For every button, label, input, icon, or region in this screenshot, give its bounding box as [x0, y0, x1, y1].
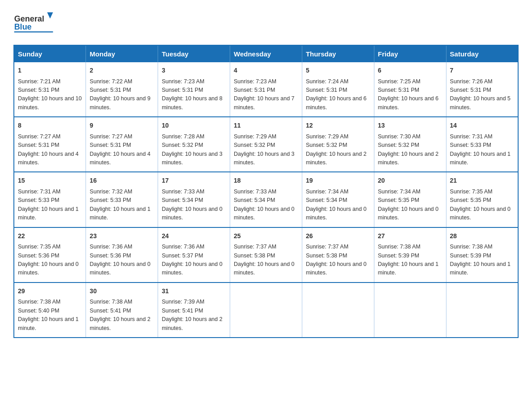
daylight-label: Daylight: 10 hours and 2 minutes. [162, 316, 223, 331]
calendar-cell: 21 Sunrise: 7:35 AM Sunset: 5:35 PM Dayl… [446, 172, 518, 227]
day-of-week-sunday: Sunday [14, 45, 86, 62]
calendar-cell: 5 Sunrise: 7:24 AM Sunset: 5:31 PM Dayli… [302, 62, 374, 117]
sunset-label: Sunset: 5:38 PM [306, 253, 347, 259]
daylight-label: Daylight: 10 hours and 0 minutes. [450, 206, 511, 221]
sunset-label: Sunset: 5:41 PM [90, 308, 131, 314]
day-number: 12 [306, 121, 370, 131]
calendar-cell: 8 Sunrise: 7:27 AM Sunset: 5:31 PM Dayli… [14, 117, 86, 172]
calendar-cell: 30 Sunrise: 7:38 AM Sunset: 5:41 PM Dayl… [86, 283, 158, 338]
sunset-label: Sunset: 5:31 PM [162, 87, 203, 93]
calendar-cell [302, 283, 374, 338]
calendar-week-row: 15 Sunrise: 7:31 AM Sunset: 5:33 PM Dayl… [14, 172, 518, 227]
sunrise-label: Sunrise: 7:29 AM [306, 133, 348, 140]
day-number: 13 [378, 121, 442, 131]
daylight-label: Daylight: 10 hours and 1 minute. [450, 261, 511, 276]
calendar-cell: 18 Sunrise: 7:33 AM Sunset: 5:34 PM Dayl… [230, 172, 302, 227]
sunrise-label: Sunrise: 7:23 AM [162, 78, 204, 85]
daylight-label: Daylight: 10 hours and 7 minutes. [234, 95, 295, 110]
day-number: 15 [18, 176, 82, 186]
calendar-cell: 19 Sunrise: 7:34 AM Sunset: 5:34 PM Dayl… [302, 172, 374, 227]
calendar-cell: 7 Sunrise: 7:26 AM Sunset: 5:31 PM Dayli… [446, 62, 518, 117]
calendar-cell: 11 Sunrise: 7:29 AM Sunset: 5:32 PM Dayl… [230, 117, 302, 172]
page-header: General Blue [13, 9, 519, 36]
daylight-label: Daylight: 10 hours and 2 minutes. [306, 151, 367, 166]
calendar-cell: 23 Sunrise: 7:36 AM Sunset: 5:36 PM Dayl… [86, 227, 158, 283]
daylight-label: Daylight: 10 hours and 6 minutes. [378, 95, 439, 110]
sunrise-label: Sunrise: 7:30 AM [378, 133, 420, 140]
day-number: 20 [378, 176, 442, 186]
calendar-cell: 14 Sunrise: 7:31 AM Sunset: 5:33 PM Dayl… [446, 117, 518, 172]
daylight-label: Daylight: 10 hours and 9 minutes. [90, 95, 150, 110]
daylight-label: Daylight: 10 hours and 5 minutes. [450, 95, 511, 110]
sunrise-label: Sunrise: 7:38 AM [450, 244, 493, 250]
daylight-label: Daylight: 10 hours and 1 minute. [90, 206, 150, 221]
sunset-label: Sunset: 5:31 PM [90, 87, 131, 93]
sunrise-label: Sunrise: 7:29 AM [234, 133, 276, 140]
svg-rect-3 [14, 31, 53, 32]
day-number: 1 [18, 66, 82, 76]
calendar-cell: 2 Sunrise: 7:22 AM Sunset: 5:31 PM Dayli… [86, 62, 158, 117]
day-number: 14 [450, 121, 514, 131]
day-of-week-monday: Monday [86, 45, 158, 62]
daylight-label: Daylight: 10 hours and 0 minutes. [162, 261, 223, 276]
sunset-label: Sunset: 5:35 PM [450, 197, 491, 203]
day-number: 25 [234, 231, 298, 241]
calendar-cell [446, 283, 518, 338]
calendar-cell: 9 Sunrise: 7:27 AM Sunset: 5:31 PM Dayli… [86, 117, 158, 172]
calendar-table: SundayMondayTuesdayWednesdayThursdayFrid… [13, 45, 519, 338]
sunset-label: Sunset: 5:37 PM [162, 253, 203, 259]
sunset-label: Sunset: 5:36 PM [18, 253, 59, 259]
calendar-cell: 31 Sunrise: 7:39 AM Sunset: 5:41 PM Dayl… [158, 283, 230, 338]
daylight-label: Daylight: 10 hours and 0 minutes. [234, 206, 295, 221]
daylight-label: Daylight: 10 hours and 0 minutes. [306, 261, 367, 276]
day-number: 21 [450, 176, 514, 186]
day-of-week-friday: Friday [374, 45, 446, 62]
sunrise-label: Sunrise: 7:38 AM [378, 244, 420, 250]
calendar-week-row: 22 Sunrise: 7:35 AM Sunset: 5:36 PM Dayl… [14, 227, 518, 283]
sunrise-label: Sunrise: 7:31 AM [18, 188, 60, 195]
calendar-cell: 20 Sunrise: 7:34 AM Sunset: 5:35 PM Dayl… [374, 172, 446, 227]
day-number: 22 [18, 231, 82, 241]
sunset-label: Sunset: 5:32 PM [306, 142, 347, 148]
calendar-cell: 24 Sunrise: 7:36 AM Sunset: 5:37 PM Dayl… [158, 227, 230, 283]
sunrise-label: Sunrise: 7:24 AM [306, 78, 348, 85]
sunset-label: Sunset: 5:31 PM [90, 142, 131, 148]
sunset-label: Sunset: 5:32 PM [378, 142, 419, 148]
sunrise-label: Sunrise: 7:34 AM [306, 188, 348, 195]
day-number: 3 [162, 66, 226, 76]
sunrise-label: Sunrise: 7:38 AM [18, 299, 60, 305]
day-number: 26 [306, 231, 370, 241]
calendar-cell [374, 283, 446, 338]
calendar-cell [230, 283, 302, 338]
calendar-cell: 25 Sunrise: 7:37 AM Sunset: 5:38 PM Dayl… [230, 227, 302, 283]
day-number: 5 [306, 66, 370, 76]
logo: General Blue [13, 9, 54, 36]
sunrise-label: Sunrise: 7:26 AM [450, 78, 493, 85]
calendar-cell: 29 Sunrise: 7:38 AM Sunset: 5:40 PM Dayl… [14, 283, 86, 338]
daylight-label: Daylight: 10 hours and 2 minutes. [90, 316, 150, 331]
sunset-label: Sunset: 5:34 PM [234, 197, 275, 203]
daylight-label: Daylight: 10 hours and 0 minutes. [378, 206, 439, 221]
calendar-cell: 16 Sunrise: 7:32 AM Sunset: 5:33 PM Dayl… [86, 172, 158, 227]
sunrise-label: Sunrise: 7:22 AM [90, 78, 132, 85]
sunrise-label: Sunrise: 7:25 AM [378, 78, 420, 85]
sunset-label: Sunset: 5:40 PM [18, 308, 59, 314]
daylight-label: Daylight: 10 hours and 4 minutes. [18, 151, 79, 166]
sunrise-label: Sunrise: 7:36 AM [90, 244, 132, 250]
day-number: 11 [234, 121, 298, 131]
calendar-cell: 6 Sunrise: 7:25 AM Sunset: 5:31 PM Dayli… [374, 62, 446, 117]
day-number: 29 [18, 287, 82, 296]
day-of-week-tuesday: Tuesday [158, 45, 230, 62]
daylight-label: Daylight: 10 hours and 4 minutes. [90, 151, 150, 166]
calendar-cell: 4 Sunrise: 7:23 AM Sunset: 5:31 PM Dayli… [230, 62, 302, 117]
sunset-label: Sunset: 5:31 PM [378, 87, 419, 93]
daylight-label: Daylight: 10 hours and 1 minute. [18, 206, 79, 221]
sunset-label: Sunset: 5:32 PM [234, 142, 275, 148]
calendar-cell: 17 Sunrise: 7:33 AM Sunset: 5:34 PM Dayl… [158, 172, 230, 227]
sunset-label: Sunset: 5:41 PM [162, 308, 203, 314]
sunrise-label: Sunrise: 7:27 AM [90, 133, 132, 140]
sunset-label: Sunset: 5:33 PM [450, 142, 491, 148]
day-number: 30 [90, 287, 154, 296]
day-number: 6 [378, 66, 442, 76]
calendar-cell: 13 Sunrise: 7:30 AM Sunset: 5:32 PM Dayl… [374, 117, 446, 172]
